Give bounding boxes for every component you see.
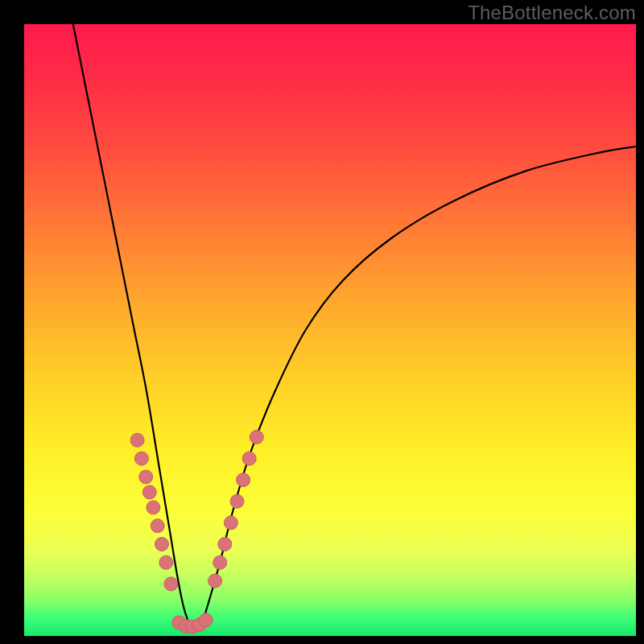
marker-dot: [142, 485, 156, 499]
marker-dot: [230, 494, 244, 508]
marker-dot: [159, 555, 173, 569]
marker-dot: [151, 519, 164, 533]
marker-dot: [139, 470, 153, 484]
marker-dot: [134, 452, 148, 465]
plot-area: [24, 24, 636, 636]
marker-dot: [130, 433, 144, 447]
marker-dot: [213, 555, 227, 569]
marker-dot: [224, 516, 237, 530]
marker-dot: [155, 538, 169, 551]
marker-dot: [147, 501, 160, 514]
marker-dots: [130, 431, 263, 634]
marker-dot: [237, 473, 250, 487]
marker-dot: [242, 452, 256, 465]
marker-dot: [199, 613, 213, 627]
marker-dot: [218, 538, 232, 551]
chart-svg: [24, 24, 636, 636]
marker-dot: [250, 431, 263, 444]
watermark-text: TheBottleneck.com: [468, 2, 636, 24]
marker-dot: [208, 574, 222, 588]
marker-dot: [164, 577, 178, 591]
chart-frame: TheBottleneck.com: [0, 0, 644, 644]
